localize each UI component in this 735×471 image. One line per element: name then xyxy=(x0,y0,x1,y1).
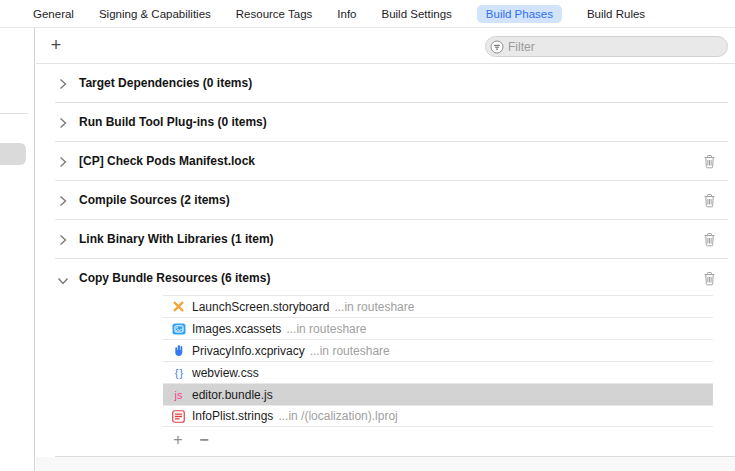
file-row-launchscreen[interactable]: LaunchScreen.storyboard ...in routeshare xyxy=(163,295,713,317)
add-build-phase-button[interactable]: + xyxy=(45,35,67,57)
tab-build-settings[interactable]: Build Settings xyxy=(381,8,451,20)
navigator-selected-item[interactable] xyxy=(0,143,26,165)
footer-band xyxy=(36,457,735,471)
phase-label: Compile Sources (2 items) xyxy=(79,193,230,207)
editor-tab-bar: General Signing & Capabilities Resource … xyxy=(0,0,735,28)
tab-build-phases[interactable]: Build Phases xyxy=(477,5,562,23)
add-file-button[interactable]: + xyxy=(170,432,186,448)
phase-label: Target Dependencies (0 items) xyxy=(79,76,252,90)
remove-file-button[interactable]: − xyxy=(196,432,212,448)
build-phases-toolbar: + Filter xyxy=(36,28,735,64)
filter-field[interactable]: Filter xyxy=(485,36,728,57)
file-list-controls: + − xyxy=(170,432,212,448)
trash-icon[interactable] xyxy=(703,193,716,208)
asset-catalog-icon xyxy=(171,322,186,336)
storyboard-icon xyxy=(171,300,186,314)
navigator-pane-edge xyxy=(0,28,35,471)
filter-placeholder: Filter xyxy=(508,40,535,54)
privacy-report-hand-icon xyxy=(171,344,186,358)
file-row-infoplist-strings[interactable]: InfoPlist.strings ...in /(localization).… xyxy=(163,405,713,427)
file-name: Images.xcassets xyxy=(192,322,281,336)
file-name: editor.bundle.js xyxy=(192,388,273,402)
trash-icon[interactable] xyxy=(703,232,716,247)
chevron-down-icon[interactable] xyxy=(57,275,69,287)
filter-icon xyxy=(490,40,504,54)
phase-label: Copy Bundle Resources (6 items) xyxy=(79,271,270,285)
chevron-right-icon[interactable] xyxy=(57,78,69,90)
phase-row-compile-sources[interactable]: Compile Sources (2 items) xyxy=(55,181,728,220)
phase-row-target-dependencies[interactable]: Target Dependencies (0 items) xyxy=(55,64,728,103)
phase-label: Run Build Tool Plug-ins (0 items) xyxy=(79,115,267,129)
xcode-build-phases-pane: General Signing & Capabilities Resource … xyxy=(0,0,735,471)
chevron-right-icon[interactable] xyxy=(57,234,69,246)
chevron-right-icon[interactable] xyxy=(57,117,69,129)
file-name: webview.css xyxy=(192,366,259,380)
file-row-privacyinfo[interactable]: PrivacyInfo.xcprivacy ...in routeshare xyxy=(163,339,713,361)
file-row-webview-css[interactable]: { } webview.css xyxy=(163,361,713,383)
strings-file-icon xyxy=(171,409,186,423)
chevron-right-icon[interactable] xyxy=(57,195,69,207)
tab-resource-tags[interactable]: Resource Tags xyxy=(236,8,313,20)
js-file-icon: js xyxy=(171,388,186,402)
phase-row-cp-check-pods[interactable]: [CP] Check Pods Manifest.lock xyxy=(55,142,728,181)
chevron-right-icon[interactable] xyxy=(57,156,69,168)
file-row-images-xcassets[interactable]: Images.xcassets ...in routeshare xyxy=(163,317,713,339)
phase-label: Link Binary With Libraries (1 item) xyxy=(79,232,274,246)
tab-info[interactable]: Info xyxy=(337,8,356,20)
file-row-editor-bundle-js[interactable]: js editor.bundle.js xyxy=(163,383,713,405)
phase-row-run-build-tool-plugins[interactable]: Run Build Tool Plug-ins (0 items) xyxy=(55,103,728,142)
phase-row-copy-bundle-resources[interactable]: Copy Bundle Resources (6 items) xyxy=(55,259,728,295)
trash-icon[interactable] xyxy=(703,154,716,169)
trash-icon[interactable] xyxy=(703,271,716,286)
file-name: LaunchScreen.storyboard xyxy=(192,300,329,314)
phase-row-link-binary[interactable]: Link Binary With Libraries (1 item) xyxy=(55,220,728,259)
tab-build-rules[interactable]: Build Rules xyxy=(587,8,645,20)
file-location: ...in /(localization).lproj xyxy=(278,409,397,423)
file-location: ...in routeshare xyxy=(334,300,414,314)
file-location: ...in routeshare xyxy=(286,322,366,336)
phase-label: [CP] Check Pods Manifest.lock xyxy=(79,154,255,168)
css-file-icon: { } xyxy=(171,366,186,380)
tab-signing-capabilities[interactable]: Signing & Capabilities xyxy=(99,8,211,20)
file-name: PrivacyInfo.xcprivacy xyxy=(192,344,305,358)
file-location: ...in routeshare xyxy=(310,344,390,358)
tab-general[interactable]: General xyxy=(33,8,74,20)
build-phases-content: + Filter Target Dependencies (0 items) R… xyxy=(36,28,735,471)
navigator-divider xyxy=(0,113,28,114)
file-name: InfoPlist.strings xyxy=(192,409,273,423)
copy-bundle-resources-list: LaunchScreen.storyboard ...in routeshare… xyxy=(163,295,713,427)
